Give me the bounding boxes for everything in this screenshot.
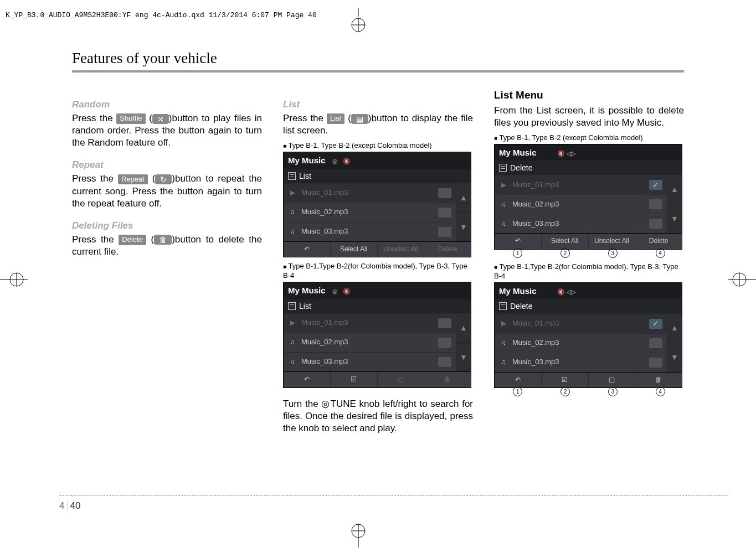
caption-text: Type B-1, Type B-2 (except Colombia mode… <box>499 133 642 142</box>
scroll-up-button[interactable]: ▲ <box>456 183 471 212</box>
repeat-heading: Repeat <box>72 159 262 171</box>
select-all-button[interactable]: Select All <box>331 242 378 257</box>
screen-footer: ↶ Select All Unselect All Delete <box>495 233 682 249</box>
list-item[interactable]: ♫Music_03.mp3 <box>495 353 667 372</box>
unselect-all-button[interactable]: Unselect All <box>589 234 636 249</box>
callouts: 1 2 3 4 <box>494 386 684 396</box>
select-all-button[interactable]: ☑ <box>542 373 589 388</box>
play-icon: ▶ <box>288 189 297 198</box>
list-item-label: Music_01.mp3 <box>301 318 348 328</box>
list-icon <box>288 302 296 310</box>
list-screen-1: My Music ◎ 🔇 List ▶Music_01.mp3 ♫Music_0… <box>283 152 471 257</box>
music-icon: ♫ <box>288 228 297 236</box>
back-button[interactable]: ↶ <box>495 234 542 249</box>
screen-footer: ↶ ☑ ▢ 🗑 <box>284 371 471 387</box>
list-item[interactable]: ♫Music_02.mp3 <box>284 333 456 352</box>
music-icon: ♫ <box>499 200 508 209</box>
delete-button[interactable]: 🗑 <box>635 373 682 388</box>
list-screen-2: My Music ◎ 🔇 List ▶Music_01.mp3 ♫Music_0… <box>283 282 471 387</box>
scroll-down-button[interactable]: ▼ <box>456 212 471 241</box>
screen-subtitle: Delete <box>495 299 682 313</box>
list-item[interactable]: ▶Music_01.mp3 <box>284 313 456 333</box>
callout-1: 1 <box>513 249 522 258</box>
music-icon: ♫ <box>288 338 297 347</box>
trash-icon: 🗑 <box>154 235 172 245</box>
list-button-label: List <box>327 113 344 124</box>
text: Press the <box>72 173 118 184</box>
list-menu-heading: List Menu <box>494 89 684 102</box>
random-heading: Random <box>72 99 262 111</box>
unselect-all-button[interactable]: ▢ <box>589 373 636 388</box>
scrollbar: ▲ ▼ <box>456 313 471 371</box>
item-badge <box>649 358 662 368</box>
screen-subtitle: List <box>284 299 471 313</box>
item-badge <box>438 338 451 348</box>
caption-text: Type B-1, Type B-2 (except Colombia mode… <box>288 141 431 149</box>
crop-mark-left <box>0 271 28 288</box>
text: Press the <box>72 234 119 245</box>
item-badge <box>438 227 451 237</box>
repeat-para: Press the Repeat (↻)button to repeat the… <box>72 173 262 209</box>
list-item[interactable]: ♫Music_02.mp3 <box>495 194 667 214</box>
list-item-label: Music_02.mp3 <box>512 338 559 348</box>
item-badge <box>649 338 662 348</box>
list-item[interactable]: ▶Music_01.mp3✓ <box>495 314 667 333</box>
list-item-label: Music_02.mp3 <box>301 338 348 347</box>
delete-para: Press the Delete (🗑)button to delete the… <box>72 234 262 258</box>
delete-button[interactable]: Delete <box>424 242 471 257</box>
back-button[interactable]: ↶ <box>284 372 331 387</box>
back-button[interactable]: ↶ <box>495 373 542 388</box>
list-item[interactable]: ♫Music_03.mp3 <box>284 352 456 371</box>
list-item[interactable]: ♫Music_03.mp3 <box>284 222 456 241</box>
list-para: Press the List (▤)button to display the … <box>283 112 473 137</box>
list-item-label: Music_03.mp3 <box>512 358 559 367</box>
unselect-all-button[interactable]: Unselect All <box>378 242 425 257</box>
list-item[interactable]: ▶Music_01.mp3✓ <box>495 175 667 194</box>
select-all-button[interactable]: ☑ <box>331 372 378 387</box>
scroll-up-button[interactable]: ▲ <box>667 175 682 204</box>
caption-text: Type B-1,Type B-2(for Colombia model), T… <box>283 262 467 280</box>
page-header: Features of your vehicle <box>72 50 684 73</box>
screen-title: My Music ◎ 🔇 <box>284 152 471 169</box>
list-item-label: Music_03.mp3 <box>512 219 559 229</box>
caption: ■ Type B-1,Type B-2(for Colombia model),… <box>494 262 684 281</box>
screen-footer: ↶ Select All Unselect All Delete <box>284 241 471 257</box>
scrollbar: ▲ ▼ <box>667 314 682 372</box>
text: Press the <box>72 113 116 123</box>
music-icon: ♫ <box>499 220 508 229</box>
item-badge <box>438 357 451 367</box>
list-item[interactable]: ♫Music_03.mp3 <box>495 214 667 233</box>
shuffle-button-label: Shuffle <box>116 113 145 124</box>
item-badge <box>649 199 662 209</box>
scroll-down-button[interactable]: ▼ <box>456 342 471 371</box>
delete-button-label: Delete <box>119 235 146 245</box>
list-item-label: Music_02.mp3 <box>512 200 559 209</box>
unselect-all-button[interactable]: ▢ <box>378 372 425 387</box>
check-icon: ✓ <box>649 180 662 190</box>
list-item[interactable]: ♫Music_02.mp3 <box>284 203 456 222</box>
scroll-up-button[interactable]: ▲ <box>667 314 682 343</box>
play-icon: ▶ <box>499 181 508 190</box>
list-heading: List <box>283 99 473 111</box>
list-item-label: Music_01.mp3 <box>301 188 348 198</box>
scroll-down-button[interactable]: ▼ <box>667 343 682 372</box>
play-icon: ▶ <box>499 319 508 328</box>
scroll-down-button[interactable]: ▼ <box>667 204 682 233</box>
list-item[interactable]: ▶Music_01.mp3 <box>284 183 456 203</box>
back-button[interactable]: ↶ <box>284 242 331 257</box>
delete-button[interactable]: 🗑 <box>424 372 471 387</box>
section-title: Features of your vehicle <box>72 50 684 73</box>
delete-button[interactable]: Delete <box>635 234 682 249</box>
page-num-value: 40 <box>70 500 80 511</box>
screen-title: My Music 🔇 ◁▷ <box>495 283 682 299</box>
select-all-button[interactable]: Select All <box>542 234 589 249</box>
music-icon: ♫ <box>499 339 508 348</box>
deleting-heading: Deleting Files <box>72 220 262 232</box>
callout-4: 4 <box>656 387 665 396</box>
check-icon: ✓ <box>649 319 662 329</box>
list-icon <box>499 302 507 310</box>
scroll-up-button[interactable]: ▲ <box>456 313 471 342</box>
list-item[interactable]: ♫Music_02.mp3 <box>495 333 667 353</box>
screen-title: My Music 🔇 ◁▷ <box>495 144 682 161</box>
crop-mark-bottom <box>350 520 367 547</box>
